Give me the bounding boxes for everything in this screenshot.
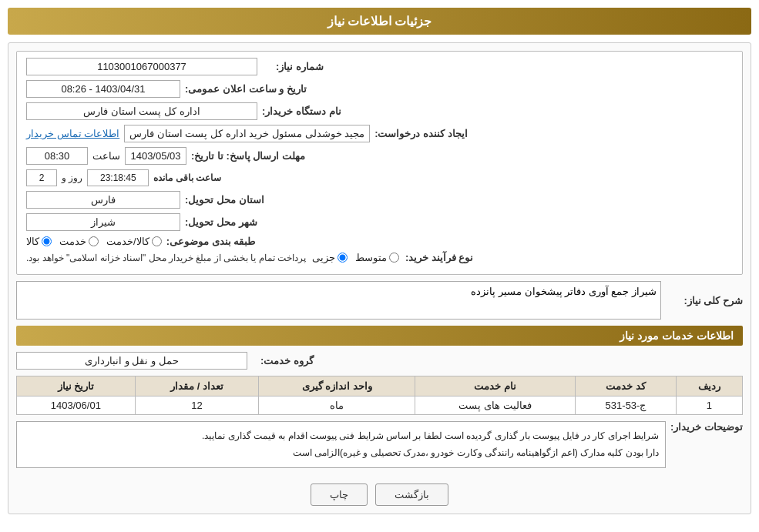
contact-link[interactable]: اطلاعات تماس خریدار [26,128,119,139]
page-title: جزئیات اطلاعات نیاز [327,15,432,28]
description-label: شرح کلی نیاز: [666,295,743,306]
city-label: شهر محل تحویل: [185,216,257,228]
creator-label: ایجاد کننده درخواست: [374,128,468,139]
cell-service-code: ج-53-531 [576,396,677,415]
category-radio-kala[interactable] [42,236,52,246]
province-row: استان محل تحویل: فارس [26,191,733,209]
need-number-row: شماره نیاز: 1103001067000377 [26,58,733,75]
remaining-time-row: ساعت باقی مانده 23:18:45 روز و 2 [26,169,733,186]
category-radio-kala-khedmat[interactable] [152,236,162,246]
reply-deadline-row: مهلت ارسال پاسخ: تا تاریخ: 1403/05/03 سا… [26,147,733,165]
reply-time-value: 08:30 [26,147,88,165]
service-group-value: حمل و نقل و انبارداری [16,352,247,370]
remaining-days-label: روز و [62,172,82,183]
purchase-type-row: نوع فرآیند خرید: متوسط جزیی پرداخت تمام … [26,252,733,263]
col-header-qty: تعداد / مقدار [135,376,259,396]
category-option-kala: کالا [26,236,52,247]
category-row: طبقه بندی موضوعی: کالا/خدمت خدمت کالا [26,236,733,247]
cell-qty: 12 [135,396,259,415]
print-button[interactable]: چاپ [311,483,368,506]
buyer-org-label: نام دستگاه خریدار: [262,105,341,117]
category-option-khedmat: خدمت [59,236,99,247]
back-button[interactable]: بازگشت [375,483,448,506]
purchase-type-radio-jozii[interactable] [338,253,348,263]
creator-row: ایجاد کننده درخواست: مجید خوشدلی مسئول خ… [26,125,733,142]
description-textarea[interactable]: شیراز جمع آوری دفاتر پیشخوان مسیر پانزده [16,281,661,320]
purchase-type-jozii: جزیی [312,252,348,263]
purchase-type-radio-group: متوسط جزیی [312,252,399,263]
purchase-type-motavasset: متوسط [355,252,399,263]
creator-value: مجید خوشدلی مسئول خرید اداره کل پست استا… [124,125,370,142]
table-row: 1 ج-53-531 فعالیت های پست ماه 12 1403/06… [17,396,743,415]
purchase-type-radio-motavasset[interactable] [389,253,399,263]
announce-date-row: تاریخ و ساعت اعلان عمومی: 1403/04/31 - 0… [26,80,733,98]
province-label: استان محل تحویل: [185,194,264,206]
category-radio-khedmat[interactable] [89,236,99,246]
buyer-notes-row: توضیحات خریدار: شرایط اجرای کار در فایل … [16,421,743,476]
city-value: شیراز [26,213,180,231]
main-card: شماره نیاز: 1103001067000377 تاریخ و ساع… [8,42,751,514]
service-group-row: گروه خدمت: حمل و نقل و انبارداری [16,352,743,370]
announce-date-value: 1403/04/31 - 08:26 [26,80,180,98]
cell-unit: ماه [259,396,415,415]
cell-service-name: فعالیت های پست [415,396,575,415]
buyer-org-value: اداره کل پست استان فارس [26,102,257,120]
service-group-label: گروه خدمت: [252,355,314,366]
need-number-value: 1103001067000377 [26,58,257,75]
reply-time-label: ساعت [92,150,120,162]
buyer-org-row: نام دستگاه خریدار: اداره کل پست استان فا… [26,102,733,120]
col-header-service-name: نام خدمت [415,376,575,396]
col-header-row-num: ردیف [676,376,742,396]
page-wrapper: جزئیات اطلاعات نیاز شماره نیاز: 11030010… [0,0,759,532]
button-row: بازگشت چاپ [16,483,743,506]
need-number-label: شماره نیاز: [262,61,324,72]
col-header-date: تاریخ نیاز [17,376,136,396]
remaining-suffix: ساعت باقی مانده [153,172,221,183]
cell-date: 1403/06/01 [17,396,136,415]
service-table: ردیف کد خدمت نام خدمت واحد اندازه گیری ت… [16,376,743,415]
remaining-days-value: 2 [26,169,57,186]
category-option-kala-khedmat: کالا/خدمت [106,236,162,247]
city-row: شهر محل تحویل: شیراز [26,213,733,231]
form-section-main: شماره نیاز: 1103001067000377 تاریخ و ساع… [16,51,743,275]
cell-row-num: 1 [676,396,742,415]
remaining-time-value: 23:18:45 [87,169,149,186]
province-value: فارس [26,191,180,209]
reply-date-value: 1403/05/03 [125,147,186,165]
buyer-notes-value: شرایط اجرای کار در فایل پیوست بار گذاری … [16,421,666,468]
page-header: جزئیات اطلاعات نیاز [8,8,751,35]
category-label: طبقه بندی موضوعی: [166,236,256,247]
services-title: اطلاعات خدمات مورد نیاز [16,326,743,346]
col-header-service-code: کد خدمت [576,376,677,396]
reply-deadline-label: مهلت ارسال پاسخ: تا تاریخ: [191,150,305,162]
purchase-type-label: نوع فرآیند خرید: [405,252,474,263]
buyer-notes-text: شرایط اجرای کار در فایل پیوست بار گذاری … [202,430,659,458]
description-row: شرح کلی نیاز: شیراز جمع آوری دفاتر پیشخو… [16,281,743,320]
col-header-unit: واحد اندازه گیری [259,376,415,396]
announce-date-label: تاریخ و ساعت اعلان عمومی: [185,83,307,95]
buyer-notes-label: توضیحات خریدار: [670,421,743,433]
category-radio-group: کالا/خدمت خدمت کالا [26,236,162,247]
purchase-type-note: پرداخت تمام یا بخشی از مبلغ خریدار محل "… [26,253,306,263]
